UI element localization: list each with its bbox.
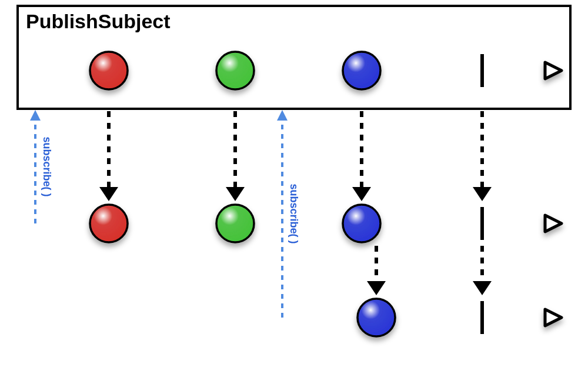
svg-point-19 xyxy=(90,205,128,242)
subscribe-arrow-1: subscribe( ) xyxy=(30,110,53,223)
observer1-marble-0 xyxy=(90,205,128,242)
svg-point-2 xyxy=(90,52,128,89)
svg-marker-18 xyxy=(545,215,562,232)
svg-marker-6 xyxy=(30,110,41,121)
subscribe-label: subscribe( ) xyxy=(41,136,53,196)
drop-arrow-obs2-0 xyxy=(367,246,386,295)
observer1-marble-2 xyxy=(343,205,380,242)
svg-marker-8 xyxy=(277,110,288,121)
source-marble-0 xyxy=(90,52,128,89)
svg-marker-27 xyxy=(545,309,562,326)
svg-marker-12 xyxy=(226,187,245,201)
drop-arrow-obs1-2 xyxy=(352,111,371,201)
observer2-timeline xyxy=(259,301,562,334)
svg-point-21 xyxy=(343,205,380,242)
drop-arrow-obs1-1 xyxy=(226,111,245,201)
svg-marker-10 xyxy=(99,187,118,201)
drop-arrow-obs1-0 xyxy=(99,111,118,201)
source-marble-1 xyxy=(216,52,254,89)
observer2-marble-0 xyxy=(358,299,395,336)
svg-point-28 xyxy=(358,299,395,336)
subscribe-label: subscribe( ) xyxy=(288,183,300,243)
svg-point-4 xyxy=(343,52,380,89)
drop-arrow-obs1-3 xyxy=(473,111,492,201)
subscribe-arrow-2: subscribe( ) xyxy=(277,110,300,318)
drop-arrow-obs2-1 xyxy=(473,246,492,295)
observer1-marble-1 xyxy=(216,205,254,242)
svg-point-20 xyxy=(216,205,254,242)
source-marble-2 xyxy=(343,52,380,89)
svg-marker-16 xyxy=(473,187,492,201)
svg-marker-23 xyxy=(367,281,386,295)
svg-point-3 xyxy=(216,52,254,89)
svg-marker-25 xyxy=(473,281,492,295)
diagram-title: PublishSubject xyxy=(26,10,171,32)
svg-marker-14 xyxy=(352,187,371,201)
